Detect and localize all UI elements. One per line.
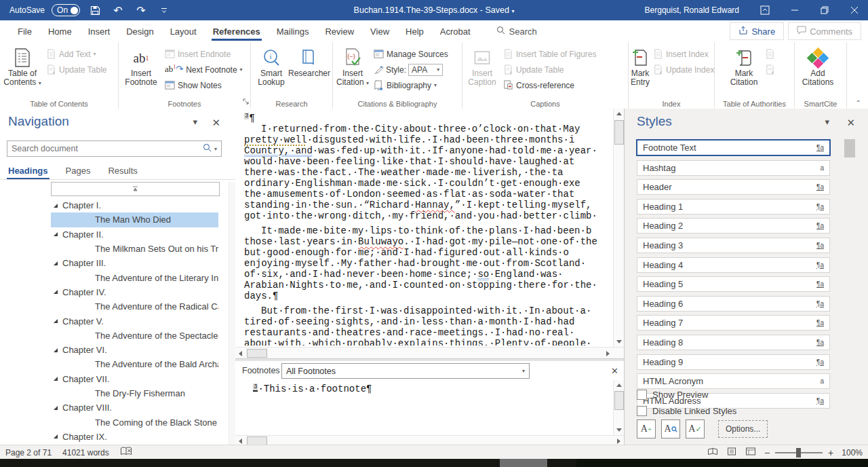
nav-heading-sub[interactable]: The Milkman Sets Out on his Travels xyxy=(51,242,218,256)
collapse-triangle-icon[interactable] xyxy=(53,289,58,295)
show-notes-button[interactable]: Show Notes xyxy=(162,77,245,93)
next-footnote-button[interactable]: ab1↷Next Footnote▾ xyxy=(162,62,245,77)
pane-options-arrow-icon[interactable]: ▾ xyxy=(193,117,197,127)
manage-sources-button[interactable]: Manage Sources xyxy=(371,46,451,62)
search-options-arrow-icon[interactable]: ▾ xyxy=(214,146,221,152)
style-entry[interactable]: Heading 2¶a xyxy=(637,218,830,234)
footnotes-horizontal-scrollbar[interactable] xyxy=(235,435,624,445)
mark-citation-button[interactable]: MarkCitation xyxy=(726,44,762,87)
word-count[interactable]: 41021 words xyxy=(62,448,109,457)
footnote-text[interactable]: 3·This·is·a·footnote¶ xyxy=(253,384,372,394)
disable-linked-styles-checkbox[interactable]: Disable Linked Styles xyxy=(637,406,736,416)
document-vertical-scrollbar[interactable] xyxy=(613,109,624,347)
read-mode-icon[interactable] xyxy=(707,447,718,457)
nav-heading-chapter[interactable]: Chapter IX. xyxy=(51,430,218,444)
nav-heading-chapter[interactable]: Chapter VII. xyxy=(51,372,218,386)
collapse-ribbon-icon[interactable]: ⌃ xyxy=(856,99,861,107)
web-layout-icon[interactable] xyxy=(745,447,756,457)
scrollbar-thumb[interactable] xyxy=(614,120,624,145)
smart-lookup-button[interactable]: SmartLookup xyxy=(252,44,290,87)
scroll-to-top-bar[interactable] xyxy=(51,182,220,196)
collapse-triangle-icon[interactable] xyxy=(53,261,58,266)
tab-layout[interactable]: Layout xyxy=(162,22,205,41)
tab-mailings[interactable]: Mailings xyxy=(269,22,317,41)
scroll-down-arrow[interactable] xyxy=(614,337,624,347)
add-citations-button[interactable]: AddCitations xyxy=(796,44,840,87)
autosave-toggle[interactable]: On xyxy=(52,4,80,16)
style-entry[interactable]: Heading 8¶a xyxy=(637,335,830,350)
style-entry[interactable]: Heading 6¶a xyxy=(637,296,830,312)
styles-options-button[interactable]: Options... xyxy=(718,420,768,438)
style-entry[interactable]: Heading 3¶a xyxy=(637,238,830,253)
share-button[interactable]: Share xyxy=(730,22,784,40)
nav-heading-sub[interactable]: The Dry-Fly Fisherman xyxy=(51,386,218,400)
footnotes-close-icon[interactable]: ✕ xyxy=(611,366,618,376)
document-horizontal-scrollbar[interactable] xyxy=(235,347,624,358)
nav-tab-headings[interactable]: Headings xyxy=(8,166,48,180)
style-entry[interactable]: Heading 9¶a xyxy=(637,354,830,370)
scroll-left-arrow[interactable] xyxy=(235,348,245,358)
nav-heading-sub[interactable]: The Adventure of the Bald Archaeologist xyxy=(51,357,218,371)
collapse-triangle-icon[interactable] xyxy=(53,405,58,411)
nav-heading-sub[interactable]: The Adventure of the Spectacled Roadman xyxy=(51,329,218,343)
restore-button[interactable] xyxy=(811,0,838,20)
style-entry[interactable]: HTML Acronyma xyxy=(637,373,830,389)
insert-footnote-button[interactable]: ab1 InsertFootnote xyxy=(120,44,162,87)
style-entry[interactable]: Heading 7¶a xyxy=(637,315,830,331)
table-of-contents-button[interactable]: Table ofContents ▾ xyxy=(1,44,43,88)
save-icon[interactable] xyxy=(87,2,103,18)
styles-close-icon[interactable]: ✕ xyxy=(846,117,855,129)
tab-review[interactable]: Review xyxy=(317,22,362,41)
print-layout-icon[interactable] xyxy=(726,447,737,457)
style-inspector-button[interactable]: A xyxy=(661,419,680,438)
collapse-triangle-icon[interactable] xyxy=(53,203,58,208)
footnotes-filter-dropdown[interactable]: All Footnotes ▾ xyxy=(281,363,530,379)
insert-citation-button[interactable]: InsertCitation ▾ xyxy=(334,44,371,88)
document-canvas[interactable]: 3¶I·returned·from·the·City·about·three·o… xyxy=(235,109,624,347)
document-search-field[interactable]: ▾ xyxy=(7,141,222,157)
collapse-triangle-icon[interactable] xyxy=(53,376,58,381)
zoom-slider[interactable] xyxy=(775,452,823,453)
scroll-down-arrow[interactable] xyxy=(614,425,624,435)
zoom-out-button[interactable]: − xyxy=(764,447,770,458)
close-button[interactable] xyxy=(841,0,868,20)
zoom-in-button[interactable]: + xyxy=(828,447,833,458)
nav-heading-chapter[interactable]: Chapter II. xyxy=(51,227,218,242)
footnotes-content[interactable]: 3·This·is·a·footnote¶ xyxy=(235,380,624,435)
ribbon-display-options-icon[interactable] xyxy=(751,0,778,20)
style-entry[interactable]: Heading 4¶a xyxy=(637,257,830,273)
tab-home[interactable]: Home xyxy=(40,22,80,41)
style-entry[interactable]: Footnote Text¶a xyxy=(636,139,831,156)
tab-view[interactable]: View xyxy=(362,22,397,41)
nav-heading-chapter[interactable]: Chapter V. xyxy=(51,314,218,328)
search-box[interactable]: Search xyxy=(496,26,537,37)
nav-heading-chapter[interactable]: Chapter I. xyxy=(51,198,218,212)
pane-options-arrow-icon[interactable]: ▾ xyxy=(825,117,829,127)
collapse-triangle-icon[interactable] xyxy=(53,348,58,353)
style-entry[interactable]: Header¶a xyxy=(637,179,830,195)
style-entry[interactable]: Heading 5¶a xyxy=(637,276,830,292)
footnotes-dialog-launcher-icon[interactable] xyxy=(243,95,249,107)
tab-design[interactable]: Design xyxy=(118,22,161,41)
navigation-scrollbar[interactable] xyxy=(229,182,235,445)
footnotes-vertical-scrollbar[interactable] xyxy=(613,380,624,435)
tab-references[interactable]: References xyxy=(205,22,269,41)
cross-reference-button[interactable]: Cross-reference xyxy=(500,77,599,93)
style-entry[interactable]: Hashtaga xyxy=(637,160,830,176)
scroll-right-arrow[interactable] xyxy=(603,348,613,358)
mark-entry-button[interactable]: MarkEntry xyxy=(630,44,650,87)
nav-heading-chapter[interactable]: Chapter IV. xyxy=(51,285,218,299)
citation-style-select[interactable]: APA▾ xyxy=(408,64,443,76)
redo-button[interactable]: ↷ xyxy=(133,2,149,18)
minimize-button[interactable] xyxy=(781,0,808,20)
scroll-up-arrow[interactable] xyxy=(614,380,624,390)
nav-heading-sub[interactable]: The Man Who Died xyxy=(51,212,218,227)
zoom-level[interactable]: 100% xyxy=(842,448,863,457)
nav-heading-chapter[interactable]: Chapter VIII. xyxy=(51,400,218,415)
search-input[interactable] xyxy=(7,144,200,153)
navigation-close-icon[interactable]: ✕ xyxy=(212,117,220,129)
nav-heading-sub[interactable]: The Adventure of the Literary Innkeeper xyxy=(51,270,218,284)
new-style-button[interactable]: A+ xyxy=(637,419,656,438)
undo-button[interactable]: ↶ xyxy=(110,2,126,18)
page-indicator[interactable]: Page 2 of 71 xyxy=(5,448,52,457)
